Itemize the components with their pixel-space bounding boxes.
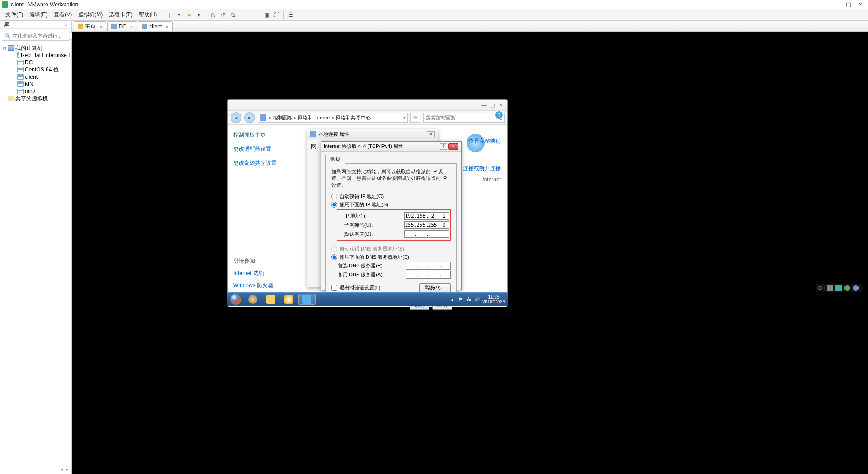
toolbar-manage-button[interactable]: ⧉ (228, 11, 237, 19)
window-close-button[interactable] (854, 1, 866, 8)
toolbar-revert-button[interactable]: ↺ (218, 11, 227, 19)
taskbar-ie[interactable] (244, 294, 261, 305)
crumb[interactable]: 控制面板 (273, 114, 293, 121)
tray-chevron-icon[interactable]: ▴ (450, 297, 455, 302)
view-full-map-link[interactable]: 查看完整映射 (468, 137, 501, 145)
keyboard-status-icon[interactable] (827, 285, 833, 291)
taskbar-wmp[interactable] (280, 294, 297, 305)
refresh-button[interactable]: ⟳ (410, 113, 420, 123)
disk1-status-icon[interactable] (844, 285, 850, 291)
subnet-mask-field[interactable]: 255.255.255.0 (404, 221, 449, 229)
cp-adapter-settings-link[interactable]: 更改适配器设置 (233, 145, 299, 153)
crumb[interactable]: 网络和共享中心 (336, 114, 371, 121)
tab-client[interactable]: client× (138, 21, 172, 31)
tree-vm-item[interactable]: DC (0, 59, 71, 66)
tree-vm-item[interactable]: mnv (0, 88, 71, 95)
cp-sharing-settings-link[interactable]: 更改高级共享设置 (233, 159, 299, 167)
tray-flag-icon[interactable]: ⚑ (458, 297, 463, 302)
cp-home-link[interactable]: 控制面板主页 (233, 131, 299, 139)
help-icon[interactable]: ? (495, 111, 503, 118)
tray-clock[interactable]: 11:25 2018/12/26 (482, 294, 505, 304)
cp-minimize-button[interactable]: — (480, 102, 488, 108)
connect-disconnect-link[interactable]: 连接或断开连接 (463, 165, 501, 172)
toolbar-view-thumb-button[interactable] (252, 11, 261, 19)
library-search[interactable]: 🔍 ▼ (2, 31, 70, 41)
tree-my-computer[interactable]: ⊟我的计算机 (0, 44, 71, 52)
toolbar-snapshot-button[interactable]: ◷ (208, 11, 217, 19)
dns1-field[interactable]: ... (406, 262, 451, 270)
tree-shared-vms[interactable]: 共享的虚拟机 (0, 95, 71, 102)
tray-network-icon[interactable]: 🖧 (466, 297, 472, 302)
dns2-row: 备用 DNS 服务器(A):... (338, 271, 451, 279)
sidebar-scroll[interactable]: ◂▸ (0, 467, 71, 474)
toolbar-pause-button[interactable]: || (165, 11, 174, 19)
tree-vm-item[interactable]: Red Hat Enterprise L (0, 52, 71, 59)
ipv4-title: Internet 协议版本 4 (TCP/IPv4) 属性 (324, 143, 440, 150)
validate-checkbox[interactable] (331, 285, 337, 291)
manual-ip-radio[interactable] (331, 202, 337, 208)
toolbar-library-button[interactable]: ☰ (286, 11, 295, 19)
cp-search-input[interactable] (425, 115, 495, 120)
toolbar-fullscreen-button[interactable]: ⛶ (272, 11, 281, 19)
lc-titlebar[interactable]: 本地连接 属性 ✕ (307, 129, 438, 139)
radio-manual-dns[interactable]: 使用下面的 DNS 服务器地址(E): (331, 254, 451, 261)
tab-close-icon[interactable]: × (165, 24, 168, 29)
tab-label: DC (118, 24, 126, 30)
library-close-button[interactable]: × (65, 22, 68, 28)
cp-maximize-button[interactable]: ▢ (488, 102, 496, 108)
radio-manual-ip[interactable]: 使用下面的 IP 地址(S): (331, 201, 451, 208)
ipv4-tab-general[interactable]: 常规 (326, 155, 345, 164)
disk2-status-icon[interactable] (853, 285, 859, 291)
cp-search-box[interactable]: 🔍 (423, 113, 505, 123)
toolbar-view-console-button[interactable] (242, 11, 251, 19)
cp-close-button[interactable]: ✕ (496, 102, 505, 108)
tree-vm-item[interactable]: client (0, 73, 71, 81)
tab-dc[interactable]: DC× (107, 21, 137, 31)
internet-options-link[interactable]: Internet 选项 (233, 270, 299, 277)
taskbar-network[interactable] (298, 294, 316, 305)
tab-home[interactable]: 主页× (74, 21, 106, 31)
menu-help[interactable]: 帮助(H) (136, 9, 160, 20)
advanced-button[interactable]: 高级(V)… (419, 283, 451, 293)
toolbar-stop-button[interactable]: ■ (184, 11, 193, 19)
window-minimize-button[interactable] (831, 1, 843, 8)
nav-forward-button[interactable]: ► (244, 112, 255, 123)
lock-status-icon[interactable] (835, 285, 842, 291)
tab-close-icon[interactable]: × (99, 24, 102, 29)
breadcrumb[interactable]: ▸ 控制面板▸ 网络和 Internet▸ 网络和共享中心 ▾ (258, 113, 408, 123)
tree-vm-item[interactable]: CentOS 64 位 (0, 66, 71, 73)
toolbar-play-dropdown[interactable]: ▾ (175, 11, 184, 19)
window-maximize-button[interactable] (843, 1, 854, 8)
firewall-link[interactable]: Windows 防火墙 (233, 282, 299, 289)
manual-dns-radio[interactable] (331, 254, 337, 260)
nav-back-button[interactable]: ◄ (231, 112, 241, 123)
crumb[interactable]: 网络和 Internet (298, 114, 331, 121)
lc-close-button[interactable]: ✕ (427, 131, 435, 137)
chevron-down-icon[interactable]: ▾ (403, 115, 406, 120)
checkbox-label: 退出时验证设置(L) (340, 284, 380, 291)
ip-address-field[interactable]: 192.168.2.1 (404, 212, 449, 220)
menu-tabs[interactable]: 选项卡(T) (106, 9, 135, 20)
toolbar-stop-dropdown[interactable]: ▾ (194, 11, 203, 19)
tree-vm-item[interactable]: MN (0, 81, 71, 88)
menu-edit[interactable]: 编辑(E) (27, 9, 50, 20)
ipv4-titlebar[interactable]: Internet 协议版本 4 (TCP/IPv4) 属性 ? ✕ (321, 142, 461, 152)
ipv4-close-button[interactable]: ✕ (448, 143, 458, 150)
menu-view[interactable]: 查看(V) (51, 9, 75, 20)
toolbar-unity-button[interactable]: ▣ (262, 11, 271, 19)
taskbar-explorer[interactable] (262, 294, 279, 305)
gateway-field[interactable]: ... (404, 230, 449, 238)
dns2-field[interactable]: ... (406, 271, 451, 279)
auto-ip-radio[interactable] (331, 194, 337, 199)
radio-auto-ip[interactable]: 自动获得 IP 地址(O) (331, 193, 451, 200)
validate-checkbox-row[interactable]: 退出时验证设置(L) 高级(V)… (331, 283, 451, 293)
tray-volume-icon[interactable]: 🔊 (474, 297, 480, 302)
library-search-input[interactable] (13, 33, 75, 38)
start-button[interactable] (227, 293, 244, 306)
vm-console[interactable]: — ▢ ✕ ◄ ► ▸ 控制面板▸ 网络和 Internet▸ 网络和共享中心 … (72, 32, 868, 474)
cp-titlebar[interactable]: — ▢ ✕ (228, 100, 507, 110)
help-button[interactable]: ? (440, 143, 447, 150)
menu-file[interactable]: 文件(F) (3, 9, 26, 20)
tab-close-icon[interactable]: × (130, 24, 133, 29)
menu-vm[interactable]: 虚拟机(M) (75, 9, 105, 20)
